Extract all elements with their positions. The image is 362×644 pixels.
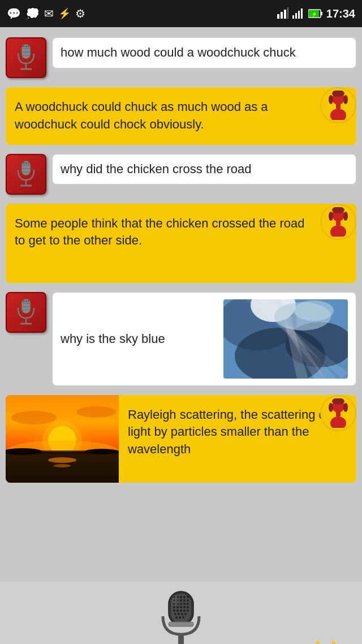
avatar-icon-2 [325, 207, 351, 237]
svg-point-98 [183, 603, 186, 605]
bottom-mic-button[interactable] [150, 587, 212, 644]
svg-text:⚡: ⚡ [311, 11, 318, 18]
main-microphone-icon [153, 589, 209, 645]
time-display: 17:34 [326, 7, 355, 20]
svg-point-87 [180, 596, 182, 598]
svg-point-38 [329, 212, 333, 221]
svg-point-35 [28, 162, 29, 164]
avatar-icon-3 [325, 398, 351, 428]
svg-point-18 [23, 46, 25, 48]
svg-point-74 [76, 406, 116, 418]
svg-point-79 [330, 417, 346, 428]
mic-button-3[interactable] [6, 292, 46, 333]
svg-rect-80 [336, 412, 341, 417]
svg-point-97 [180, 603, 182, 605]
svg-point-50 [28, 300, 29, 302]
user-bubble-3: why is the sky blue [52, 292, 356, 386]
ai-bubble-2: Some people think that the chicken cross… [6, 204, 356, 283]
svg-point-25 [330, 109, 346, 120]
svg-rect-26 [336, 104, 341, 109]
user-message-3: why is the sky blue [0, 287, 362, 390]
svg-point-39 [343, 212, 348, 221]
svg-point-110 [174, 613, 176, 615]
svg-point-113 [184, 613, 187, 615]
microphone-icon-2 [14, 160, 38, 189]
svg-point-115 [179, 616, 181, 619]
status-icons: 💬 💭 ✉ ⚡ ⚙ [7, 7, 85, 20]
svg-rect-82 [178, 636, 184, 645]
svg-point-103 [183, 606, 186, 608]
svg-rect-1 [281, 12, 283, 19]
user-bubble-2: why did the chicken cross the road [52, 154, 356, 185]
avatar-2 [320, 204, 356, 240]
svg-rect-0 [277, 14, 279, 19]
svg-point-24 [343, 95, 348, 104]
svg-rect-41 [336, 221, 341, 225]
user-bubble-1: how much wood could a woodchuck chuck [52, 37, 356, 68]
avatar-icon-1 [325, 91, 351, 120]
svg-point-94 [187, 599, 189, 602]
svg-point-33 [23, 162, 25, 164]
svg-point-101 [176, 606, 179, 608]
settings-icon: ⚙ [75, 7, 85, 20]
mic-button-2[interactable] [6, 154, 46, 195]
svg-point-92 [180, 599, 182, 602]
ai-message-3: Rayleigh scattering, the scattering of l… [0, 390, 362, 487]
ai-bubble-1: A woodchuck could chuck as much wood as … [6, 87, 356, 145]
svg-point-99 [187, 603, 189, 605]
svg-point-112 [181, 613, 183, 615]
mic-button-1[interactable] [6, 37, 46, 78]
svg-point-61 [294, 300, 334, 321]
svg-point-106 [176, 609, 179, 612]
chat-icon: 💭 [25, 7, 40, 20]
usb-icon: ⚡ [58, 7, 71, 20]
svg-point-89 [187, 596, 189, 598]
bars-icon [292, 7, 305, 20]
avatar-3 [320, 395, 356, 431]
bottom-bar: iris. [0, 582, 362, 644]
svg-point-105 [173, 609, 175, 612]
svg-rect-4 [292, 15, 294, 19]
svg-point-108 [183, 609, 186, 612]
sms-icon: 💬 [7, 7, 21, 20]
sky-image [223, 299, 348, 379]
iris-logo: iris. [313, 636, 351, 644]
svg-point-102 [180, 606, 182, 608]
status-right: ⚡ 17:34 [277, 7, 355, 20]
microphone-icon-3 [14, 298, 38, 327]
user-message-2: why did the chicken cross the road [0, 149, 362, 199]
ai-message-2: Some people think that the chicken cross… [0, 199, 362, 287]
svg-point-100 [173, 606, 175, 608]
battery-icon: ⚡ [308, 8, 323, 19]
svg-point-104 [187, 606, 189, 608]
svg-point-78 [343, 403, 348, 412]
user-message-1: how much wood could a woodchuck chuck [0, 33, 362, 83]
svg-rect-3 [287, 7, 288, 19]
svg-point-88 [183, 596, 186, 598]
svg-point-111 [178, 613, 180, 615]
svg-point-72 [54, 464, 71, 467]
svg-point-20 [28, 46, 29, 48]
svg-point-73 [11, 411, 57, 424]
svg-point-40 [330, 225, 346, 237]
svg-point-114 [175, 616, 178, 619]
svg-point-70 [85, 449, 119, 454]
svg-point-48 [23, 300, 25, 302]
svg-point-109 [187, 609, 189, 612]
svg-rect-10 [321, 12, 322, 15]
svg-rect-5 [295, 13, 297, 19]
mail-icon: ✉ [44, 7, 54, 20]
microphone-icon-1 [14, 43, 38, 72]
svg-point-71 [48, 457, 76, 463]
chat-container: how much wood could a woodchuck chuck A … [0, 27, 362, 582]
svg-point-116 [182, 616, 184, 619]
svg-point-107 [180, 609, 182, 612]
svg-rect-117 [169, 622, 193, 626]
ai-message-1: A woodchuck could chuck as much wood as … [0, 83, 362, 149]
sunset-image [6, 395, 119, 483]
avatar-1 [320, 87, 356, 123]
svg-point-34 [25, 162, 27, 164]
svg-point-118 [172, 595, 179, 606]
signal-icon [277, 7, 289, 20]
svg-point-19 [25, 46, 27, 48]
